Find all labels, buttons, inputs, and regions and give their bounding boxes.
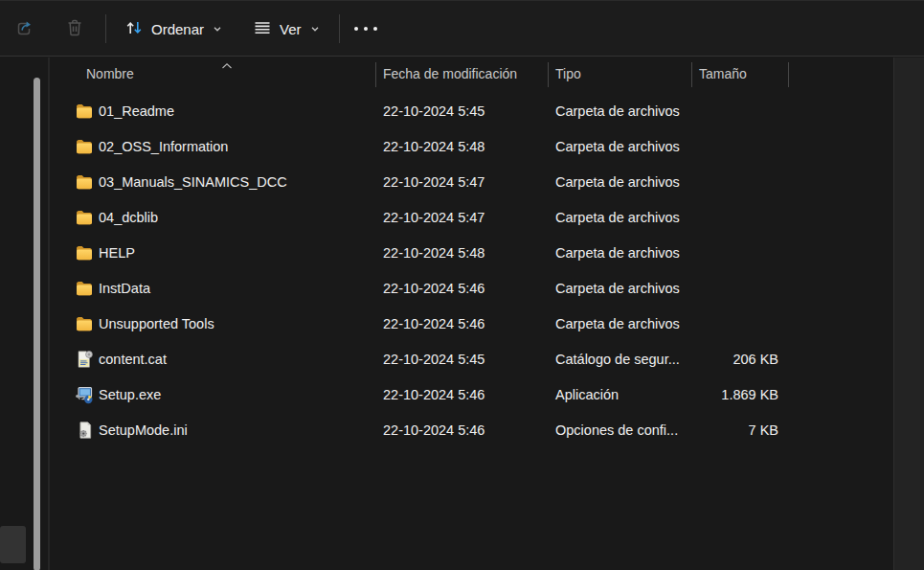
command-bar: Ordenar Ver [0, 1, 924, 57]
file-modified-date: 22-10-2024 5:47 [383, 165, 485, 200]
file-row[interactable]: content.cat22-10-2024 5:45Catálogo de se… [50, 342, 893, 377]
sort-button-label: Ordenar [151, 21, 204, 37]
sort-button[interactable]: Ordenar [117, 11, 231, 46]
file-modified-date: 22-10-2024 5:48 [383, 236, 485, 271]
file-name: HELP [99, 236, 135, 271]
file-modified-date: 22-10-2024 5:46 [383, 413, 485, 448]
view-list-icon [253, 18, 272, 40]
file-row[interactable]: SetupMode.ini22-10-2024 5:46Opciones de … [50, 413, 893, 448]
share-icon [11, 15, 36, 43]
security-catalog-icon [75, 350, 94, 369]
column-divider[interactable] [691, 62, 692, 87]
file-name: Setup.exe [99, 377, 161, 413]
file-type: Carpeta de archivos [555, 165, 680, 200]
trash-icon [63, 16, 86, 42]
file-size: 7 KB [663, 413, 778, 448]
file-size: 1.869 KB [663, 377, 778, 413]
column-header-modified[interactable]: Fecha de modificación [383, 57, 517, 90]
file-type: Carpeta de archivos [555, 200, 680, 236]
folder-icon [75, 208, 94, 227]
column-header-name[interactable]: Nombre [86, 57, 134, 90]
share-button[interactable] [4, 11, 44, 46]
file-type: Carpeta de archivos [555, 307, 680, 342]
file-row[interactable]: 03_Manuals_SINAMICS_DCC22-10-2024 5:47Ca… [50, 165, 893, 200]
file-row[interactable]: 02_OSS_Information22-10-2024 5:48Carpeta… [50, 129, 893, 165]
file-type: Carpeta de archivos [555, 271, 680, 307]
more-options-button[interactable] [347, 11, 385, 46]
chevron-down-icon [212, 21, 223, 37]
view-button-label: Ver [280, 21, 302, 37]
file-row[interactable]: 01_Readme22-10-2024 5:45Carpeta de archi… [50, 94, 893, 129]
file-modified-date: 22-10-2024 5:45 [383, 342, 485, 377]
config-ini-icon [75, 421, 94, 440]
file-row[interactable]: 04_dcblib22-10-2024 5:47Carpeta de archi… [50, 200, 893, 236]
file-name: SetupMode.ini [99, 413, 188, 448]
toolbar-separator [339, 14, 340, 43]
file-explorer-window: Ordenar Ver No [0, 0, 924, 570]
folder-icon [75, 102, 94, 121]
chevron-down-icon [309, 21, 321, 37]
nav-pane-scrollbar-thumb[interactable] [0, 526, 26, 563]
application-icon [75, 385, 94, 404]
file-row[interactable]: HELP22-10-2024 5:48Carpeta de archivos [50, 236, 893, 271]
file-size: 206 KB [663, 342, 778, 377]
file-name: 02_OSS_Information [99, 129, 228, 165]
file-name: Unsupported Tools [99, 307, 214, 342]
file-modified-date: 22-10-2024 5:45 [383, 94, 485, 129]
sort-ascending-icon [220, 57, 234, 65]
folder-icon [75, 137, 94, 156]
column-header-row: Nombre Fecha de modificación Tipo Tamaño [50, 57, 893, 92]
folder-icon [75, 279, 94, 298]
file-type: Carpeta de archivos [555, 236, 680, 271]
folder-icon [75, 243, 94, 262]
file-modified-date: 22-10-2024 5:48 [383, 129, 485, 165]
file-row[interactable]: Unsupported Tools22-10-2024 5:46Carpeta … [50, 307, 893, 342]
file-type: Carpeta de archivos [555, 129, 680, 165]
folder-icon [75, 172, 94, 192]
right-gutter [893, 57, 924, 570]
file-list: 01_Readme22-10-2024 5:45Carpeta de archi… [50, 94, 893, 448]
file-modified-date: 22-10-2024 5:46 [383, 271, 485, 307]
ellipsis-icon [354, 27, 377, 31]
delete-button[interactable] [56, 11, 94, 46]
toolbar-separator [105, 14, 106, 43]
file-name: content.cat [99, 342, 167, 377]
column-divider[interactable] [788, 62, 789, 87]
sort-arrows-icon [124, 18, 144, 40]
file-name: 04_dcblib [99, 200, 158, 236]
file-modified-date: 22-10-2024 5:46 [383, 377, 485, 413]
file-row[interactable]: InstData22-10-2024 5:46Carpeta de archiv… [50, 271, 893, 307]
folder-icon [75, 314, 94, 333]
file-modified-date: 22-10-2024 5:46 [383, 307, 485, 342]
file-type: Catálogo de segur... [555, 342, 680, 377]
column-header-size[interactable]: Tamaño [699, 57, 747, 90]
file-name: 03_Manuals_SINAMICS_DCC [99, 165, 287, 200]
file-name: 01_Readme [99, 94, 174, 129]
view-button[interactable]: Ver [245, 11, 328, 46]
file-type: Aplicación [555, 377, 619, 413]
column-header-type[interactable]: Tipo [555, 57, 581, 90]
file-modified-date: 22-10-2024 5:47 [383, 200, 485, 236]
nav-pane-scrollbar[interactable] [34, 78, 40, 570]
column-divider[interactable] [548, 62, 549, 87]
file-row[interactable]: Setup.exe22-10-2024 5:46Aplicación1.869 … [50, 377, 893, 413]
file-name: InstData [99, 271, 150, 307]
file-type: Opciones de confi... [555, 413, 678, 448]
column-divider[interactable] [375, 62, 376, 87]
file-type: Carpeta de archivos [555, 94, 680, 129]
